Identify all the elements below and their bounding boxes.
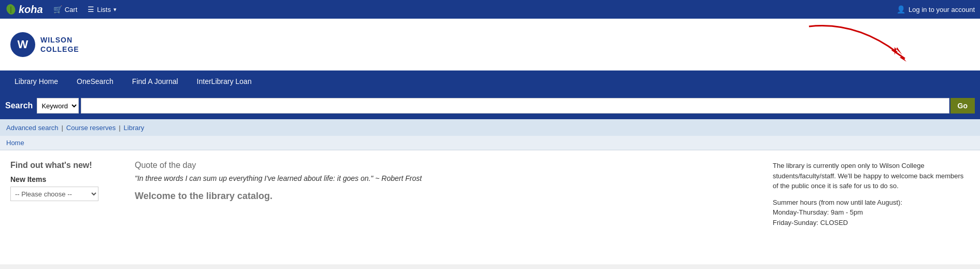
separator-1: | bbox=[61, 124, 63, 132]
welcome-text: Welcome to the library catalog. bbox=[135, 191, 752, 202]
breadcrumb-home[interactable]: Home bbox=[6, 139, 24, 147]
search-type-select[interactable]: Keyword Title Author Subject ISBN bbox=[37, 98, 79, 114]
quote-text: "In three words I can sum up everything … bbox=[135, 174, 752, 182]
advanced-search-link[interactable]: Advanced search bbox=[6, 124, 58, 132]
user-icon bbox=[897, 5, 905, 13]
list-icon bbox=[88, 5, 94, 13]
cart-icon bbox=[53, 5, 62, 13]
lists-button[interactable]: Lists bbox=[88, 5, 117, 13]
main-content: Find out what's new! New Items -- Please… bbox=[0, 150, 980, 264]
new-items-select[interactable]: -- Please choose -- bbox=[10, 187, 98, 201]
nav-bar: Library Home OneSearch Find A Journal In… bbox=[0, 70, 980, 92]
annotation-arrow bbox=[793, 21, 939, 63]
login-link[interactable]: Log in to your account bbox=[897, 5, 975, 13]
search-bar: Search Keyword Title Author Subject ISBN… bbox=[0, 92, 980, 119]
svg-marker-4 bbox=[900, 56, 906, 62]
separator-2: | bbox=[119, 124, 120, 132]
wilson-text: WILSON COLLEGE bbox=[40, 35, 79, 54]
wilson-circle: W bbox=[10, 32, 35, 57]
left-panel: Find out what's new! New Items -- Please… bbox=[10, 161, 114, 254]
course-reserves-link[interactable]: Course reserves bbox=[66, 124, 116, 132]
koha-leaf-icon bbox=[5, 4, 17, 15]
header-area: W WILSON COLLEGE bbox=[0, 19, 980, 70]
right-paragraph-2: Summer hours (from now until late August… bbox=[773, 197, 970, 228]
svg-line-3 bbox=[892, 50, 905, 59]
new-items-label: New Items bbox=[10, 175, 114, 183]
top-bar: koha Cart Lists Log in to your account bbox=[0, 0, 980, 19]
nav-library-home[interactable]: Library Home bbox=[5, 70, 67, 92]
koha-text: koha bbox=[19, 4, 43, 16]
right-panel: The library is currently open only to Wi… bbox=[773, 161, 970, 254]
search-label: Search bbox=[5, 101, 33, 110]
top-bar-left: koha Cart Lists bbox=[5, 4, 117, 16]
svg-marker-2 bbox=[894, 47, 902, 55]
cart-button[interactable]: Cart bbox=[53, 5, 78, 13]
koha-logo[interactable]: koha bbox=[5, 4, 43, 16]
center-panel: Quote of the day "In three words I can s… bbox=[135, 161, 752, 254]
right-paragraph-1: The library is currently open only to Wi… bbox=[773, 161, 970, 191]
search-input[interactable] bbox=[81, 98, 949, 114]
quote-title: Quote of the day bbox=[135, 161, 752, 170]
nav-onesearch[interactable]: OneSearch bbox=[67, 70, 123, 92]
links-bar: Advanced search | Course reserves | Libr… bbox=[0, 119, 980, 136]
library-link[interactable]: Library bbox=[124, 124, 145, 132]
top-bar-right: Log in to your account bbox=[897, 5, 975, 13]
wilson-logo: W WILSON COLLEGE bbox=[10, 32, 79, 57]
breadcrumb: Home bbox=[0, 136, 980, 150]
find-out-title: Find out what's new! bbox=[10, 161, 114, 170]
search-go-button[interactable]: Go bbox=[950, 98, 975, 114]
nav-find-journal[interactable]: Find A Journal bbox=[123, 70, 188, 92]
nav-interlibrary-loan[interactable]: InterLibrary Loan bbox=[188, 70, 261, 92]
